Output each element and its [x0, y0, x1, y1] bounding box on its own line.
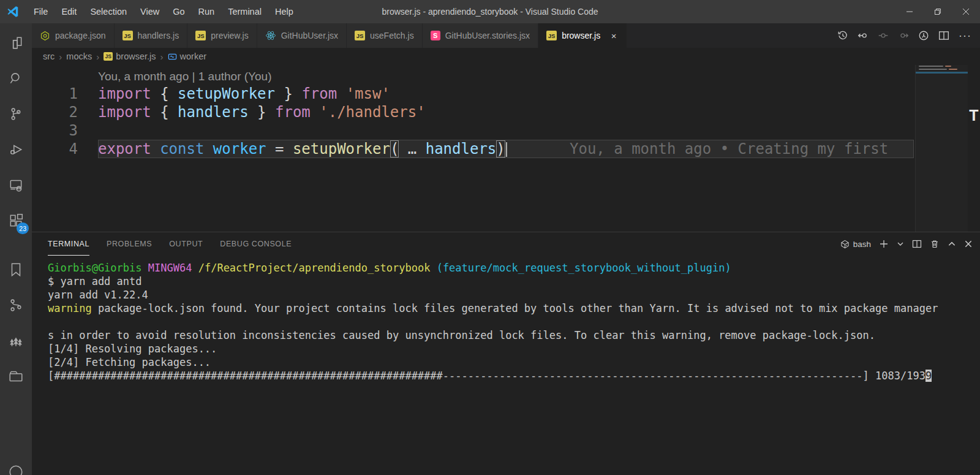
- code-editor[interactable]: You, a month ago | 1 author (You) 1impor…: [32, 65, 980, 232]
- todo-tree-icon[interactable]: [2, 327, 29, 354]
- file-history-icon[interactable]: [918, 30, 929, 41]
- close-panel-icon[interactable]: [964, 240, 973, 248]
- menu-terminal[interactable]: Terminal: [221, 0, 268, 23]
- kill-terminal-icon[interactable]: [930, 239, 940, 249]
- shell-dropdown-icon[interactable]: [897, 240, 904, 248]
- terminal-actions: bash: [840, 239, 973, 249]
- code-line-3: 3: [32, 121, 980, 140]
- tab-package.json[interactable]: package.json: [32, 23, 115, 48]
- editor-cursor: [506, 142, 507, 157]
- panel-tab-output[interactable]: OUTPUT: [169, 232, 203, 256]
- explorer-icon[interactable]: [2, 29, 29, 56]
- menu-selection[interactable]: Selection: [83, 0, 134, 23]
- storybook-file-icon: S: [431, 31, 440, 40]
- split-terminal-icon[interactable]: [912, 239, 922, 249]
- tab-label: preview.js: [211, 31, 248, 40]
- run-and-debug-icon[interactable]: [2, 136, 29, 163]
- gitlens-icon[interactable]: [2, 292, 29, 319]
- tab-GitHubUser.stories.jsx[interactable]: SGitHubUser.stories.jsx: [423, 23, 538, 48]
- title-bar: FileEditSelectionViewGoRunTerminalHelp b…: [0, 0, 980, 23]
- terminal-line-9: [#######################################…: [48, 369, 980, 382]
- line-number: 4: [32, 140, 78, 158]
- terminal-line-1: Giorbis@Giorbis MINGW64 /f/ReactProject/…: [48, 261, 980, 275]
- source-control-icon[interactable]: [2, 101, 29, 127]
- tab-browser.js[interactable]: JSbrowser.js×: [538, 23, 627, 48]
- menu-view[interactable]: View: [134, 0, 166, 23]
- menu-go[interactable]: Go: [166, 0, 191, 23]
- terminal-line-8: [2/4] Fetching packages...: [48, 355, 980, 369]
- code-line-1: 1import { setupWorker } from 'msw': [32, 85, 980, 103]
- line-number: 3: [32, 121, 78, 140]
- panel-tab-problems[interactable]: PROBLEMS: [107, 232, 152, 256]
- bash-icon: [840, 240, 850, 249]
- restore-button[interactable]: [924, 0, 952, 23]
- new-terminal-icon[interactable]: [879, 239, 889, 249]
- menu-file[interactable]: File: [27, 0, 55, 23]
- breadcrumb-item-worker[interactable]: worker: [168, 51, 207, 61]
- tab-label: browser.js: [562, 31, 600, 40]
- menu-help[interactable]: Help: [268, 0, 300, 23]
- terminal-line-6: s in order to avoid resolution inconsist…: [48, 329, 980, 342]
- terminal-line-2: $ yarn add antd: [48, 275, 980, 288]
- tab-label: GitHubUser.stories.jsx: [445, 31, 530, 40]
- menu-run[interactable]: Run: [192, 0, 222, 23]
- tab-preview.js[interactable]: JSpreview.js: [187, 23, 257, 48]
- js-file-icon: JS: [546, 31, 557, 40]
- tab-GitHubUser.jsx[interactable]: GitHubUser.jsx: [257, 23, 347, 48]
- line-number: 2: [32, 103, 78, 121]
- more-actions-icon[interactable]: ···: [959, 32, 971, 39]
- terminal-output[interactable]: Giorbis@Giorbis MINGW64 /f/ReactProject/…: [32, 256, 980, 475]
- panel-header: TERMINALPROBLEMSOUTPUTDEBUG CONSOLE bash: [32, 232, 980, 256]
- breadcrumb-separator: ›: [59, 51, 62, 62]
- codelens-annotation[interactable]: You, a month ago | 1 author (You): [98, 65, 980, 85]
- account-icon[interactable]: [8, 464, 24, 475]
- tab-label: handlers.js: [138, 31, 179, 40]
- timeline-icon[interactable]: [837, 30, 848, 41]
- editor-actions: ···: [829, 23, 980, 48]
- breadcrumb-item-browser.js[interactable]: JSbrowser.js: [104, 51, 156, 61]
- close-tab-icon[interactable]: ×: [609, 31, 619, 41]
- code-line-4: 4export const worker = setupWorker( … ha…: [32, 140, 980, 158]
- bookmarks-icon[interactable]: [2, 256, 29, 283]
- terminal-line-7: [1/4] Resolving packages...: [48, 342, 980, 355]
- project-manager-icon[interactable]: [2, 363, 29, 390]
- symbol-worker-icon: [168, 52, 177, 61]
- previous-change-icon[interactable]: [878, 30, 889, 41]
- js-file-icon: JS: [104, 52, 113, 61]
- overview-ruler-char: T: [968, 107, 979, 124]
- editor-tab-bar: package.jsonJShandlers.jsJSpreview.jsGit…: [32, 23, 980, 48]
- breadcrumb-separator: ›: [96, 51, 99, 62]
- js-file-icon: JS: [355, 31, 365, 40]
- line-number: 1: [32, 85, 78, 103]
- tab-label: package.json: [55, 31, 106, 40]
- panel-tab-terminal[interactable]: TERMINAL: [48, 232, 89, 256]
- npm-file-icon: [40, 31, 50, 41]
- tab-label: useFetch.js: [370, 31, 414, 40]
- breadcrumb-item-src[interactable]: src: [43, 51, 55, 61]
- terminal-line-4: warning package-lock.json found. Your pr…: [48, 302, 980, 315]
- tab-useFetch.js[interactable]: JSuseFetch.js: [347, 23, 423, 48]
- js-file-icon: JS: [195, 31, 206, 40]
- minimap[interactable]: [915, 65, 968, 232]
- tab-handlers.js[interactable]: JShandlers.js: [115, 23, 188, 48]
- search-icon[interactable]: [2, 65, 29, 92]
- vscode-logo: [6, 5, 20, 18]
- vscode-window: FileEditSelectionViewGoRunTerminalHelp b…: [0, 0, 980, 475]
- open-changes-icon[interactable]: [858, 30, 869, 41]
- remote-explorer-icon[interactable]: [2, 172, 29, 199]
- maximize-panel-icon[interactable]: [948, 240, 956, 248]
- panel-tab-debug-console[interactable]: DEBUG CONSOLE: [220, 232, 292, 256]
- breadcrumb-item-mocks[interactable]: mocks: [66, 51, 92, 61]
- minimize-button[interactable]: [895, 0, 924, 23]
- extensions-icon[interactable]: 23: [2, 207, 29, 234]
- menu-edit[interactable]: Edit: [55, 0, 83, 23]
- split-editor-icon[interactable]: [938, 30, 949, 41]
- next-change-icon[interactable]: [898, 30, 909, 41]
- terminal-line-3: yarn add v1.22.4: [48, 288, 980, 302]
- breadcrumb-separator: ›: [160, 51, 164, 62]
- window-controls: [895, 0, 980, 23]
- extensions-badge: 23: [17, 222, 29, 234]
- close-window-button[interactable]: [952, 0, 980, 23]
- shell-selector[interactable]: bash: [840, 240, 871, 249]
- terminal-line-5: [48, 315, 980, 329]
